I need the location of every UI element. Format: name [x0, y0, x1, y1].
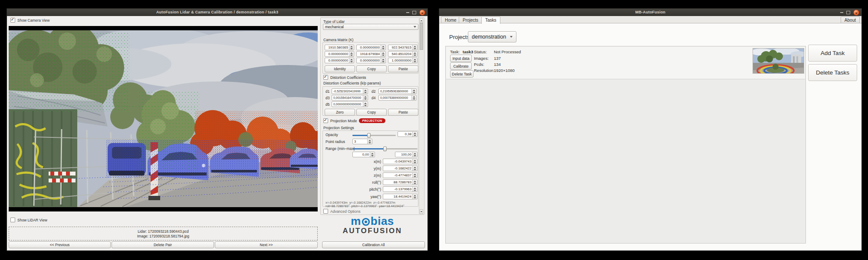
range-slider-handle[interactable] [383, 146, 387, 151]
pose-roll-field[interactable]: 88.7286783 [383, 179, 418, 185]
spinner-arrows-icon[interactable] [411, 89, 416, 94]
previous-button[interactable]: << Previous [9, 241, 111, 248]
spinner-arrows-icon[interactable] [363, 95, 367, 100]
add-task-button[interactable]: Add Task [808, 45, 857, 62]
distortion-paste-button[interactable]: Paste [388, 109, 418, 116]
spinner-arrows-icon[interactable] [349, 58, 353, 63]
spinner-arrows-icon[interactable] [363, 102, 367, 107]
projection-mode-checkbox[interactable] [323, 118, 328, 123]
advanced-options-checkbox[interactable] [323, 209, 328, 214]
matrix-identity-button[interactable]: Identity [325, 65, 355, 72]
close-icon[interactable] [419, 10, 425, 16]
camera-matrix-cell[interactable]: 1918.679084 [356, 51, 386, 57]
d4-field[interactable]: 0,000753699000000 [378, 95, 417, 101]
pose-pitch-field[interactable]: -0.1379963 [383, 186, 418, 192]
show-camera-view-checkbox[interactable] [10, 18, 15, 23]
pose-z-field[interactable]: -0.4774837 [383, 172, 418, 178]
d2-field[interactable]: 0,219595063600000 [378, 88, 417, 94]
calibrate-button[interactable]: Calibrate [450, 62, 472, 70]
delete-pair-button[interactable]: Delete Pair [112, 241, 214, 248]
distortion-checkbox-row: Distortion Coefficients [323, 75, 366, 80]
camera-matrix-cell[interactable]: 922.5437815 [388, 45, 418, 50]
spinner-arrows-icon[interactable] [381, 58, 385, 63]
opacity-slider-handle[interactable] [367, 133, 371, 138]
delete-task-button[interactable]: Delete Task [450, 70, 473, 78]
opacity-field[interactable]: 0,38 [398, 131, 418, 137]
point-radius-field[interactable]: 3 [352, 139, 372, 144]
pair-image-filename: Image: 1720093218.581794.jpg [137, 234, 189, 238]
range-min-field[interactable]: 0,00 [352, 152, 375, 157]
project-select-value: demonstration [472, 34, 510, 40]
d3-field[interactable]: 0,001554164700000 [332, 95, 368, 101]
project-select[interactable]: demonstration [468, 31, 516, 42]
tab-home[interactable]: Home [441, 16, 460, 23]
calibration-window-titlebar[interactable]: AutoFusion Lidar & Camera Calibration / … [7, 9, 427, 16]
calibration-all-button[interactable]: Calibration All [322, 241, 425, 248]
spinner-arrows-icon[interactable] [412, 180, 417, 185]
tab-about[interactable]: About [841, 16, 860, 23]
next-button[interactable]: Next >> [215, 241, 318, 248]
distortion-coefficients-checkbox[interactable] [323, 75, 328, 80]
tab-projects[interactable]: Projects [459, 16, 482, 23]
opacity-label: Opacity [326, 133, 338, 137]
pose-yaw-field[interactable]: 18.4419424 [383, 194, 418, 199]
pose-y-field[interactable]: -0.1682422 [383, 166, 418, 171]
camera-matrix-cell[interactable]: 540.8510204 [388, 51, 418, 57]
task-row[interactable]: Task: task3 Input data Calibrate Delete … [446, 47, 805, 79]
d3-label: d3 [326, 96, 329, 100]
spinner-arrows-icon[interactable] [381, 45, 385, 50]
spinner-arrows-icon[interactable] [412, 132, 417, 136]
mb-autofusion-titlebar[interactable]: MB-AutoFusion [439, 9, 861, 16]
input-data-button[interactable]: Input data [450, 55, 472, 62]
pcds-label: Pcds: [474, 62, 484, 67]
d4-label: d4 [372, 96, 375, 100]
camera-matrix-cell[interactable]: 0.000000000 [325, 51, 354, 57]
range-slider[interactable] [352, 148, 418, 150]
camera-matrix-cell[interactable]: 1.000000000 [388, 58, 418, 63]
delete-tasks-button[interactable]: Delete Tasks [808, 64, 857, 81]
resolution-value: 1920×1080 [494, 68, 515, 73]
spinner-arrows-icon[interactable] [412, 152, 417, 157]
distortion-zero-button[interactable]: Zero [325, 109, 355, 116]
spinner-arrows-icon[interactable] [412, 173, 417, 178]
maximize-icon[interactable] [846, 11, 850, 14]
matrix-copy-button[interactable]: Copy [356, 65, 387, 72]
spinner-arrows-icon[interactable] [412, 187, 417, 192]
pose-z-label: z(m) [323, 173, 381, 178]
spinner-arrows-icon[interactable] [349, 52, 353, 56]
spinner-arrows-icon[interactable] [412, 52, 417, 56]
close-icon[interactable] [853, 10, 859, 16]
distortion-copy-button[interactable]: Copy [356, 109, 387, 116]
show-lidar-view-checkbox[interactable] [10, 218, 15, 222]
spinner-arrows-icon[interactable] [381, 52, 385, 56]
camera-matrix-cell[interactable]: 1910.580365 [325, 45, 354, 50]
spinner-arrows-icon[interactable] [412, 166, 417, 171]
spinner-arrows-icon[interactable] [412, 194, 417, 199]
spinner-arrows-icon[interactable] [412, 159, 417, 164]
range-max-field[interactable]: 100,00 [395, 152, 418, 157]
spinner-arrows-icon[interactable] [411, 95, 416, 100]
minimize-icon[interactable] [406, 12, 409, 13]
lidar-type-select[interactable]: mechanical [323, 24, 418, 30]
scrollbar-thumb[interactable] [420, 23, 423, 50]
d1-field[interactable]: -0,52523020419999 [332, 88, 368, 94]
tab-tasks[interactable]: Tasks [481, 16, 500, 24]
settings-scrollbar[interactable] [419, 18, 424, 214]
scroll-up-icon[interactable] [420, 18, 423, 23]
scroll-down-icon[interactable] [420, 209, 423, 214]
spinner-arrows-icon[interactable] [367, 139, 372, 144]
minimize-icon[interactable] [840, 12, 843, 13]
spinner-arrows-icon[interactable] [370, 152, 374, 157]
maximize-icon[interactable] [412, 11, 416, 14]
camera-matrix-cell[interactable]: 0.000000000 [356, 45, 386, 50]
pose-x-field[interactable]: -0.0439743 [383, 159, 418, 164]
matrix-paste-button[interactable]: Paste [388, 65, 418, 72]
d5-field[interactable]: 0,000000000000000 [332, 101, 368, 107]
camera-matrix-cell[interactable]: 0.000000000 [325, 58, 354, 63]
camera-matrix-cell[interactable]: 0.000000000 [356, 58, 386, 63]
opacity-slider[interactable] [352, 135, 396, 136]
spinner-arrows-icon[interactable] [412, 58, 417, 63]
spinner-arrows-icon[interactable] [363, 89, 367, 94]
spinner-arrows-icon[interactable] [349, 45, 353, 50]
spinner-arrows-icon[interactable] [412, 45, 417, 50]
